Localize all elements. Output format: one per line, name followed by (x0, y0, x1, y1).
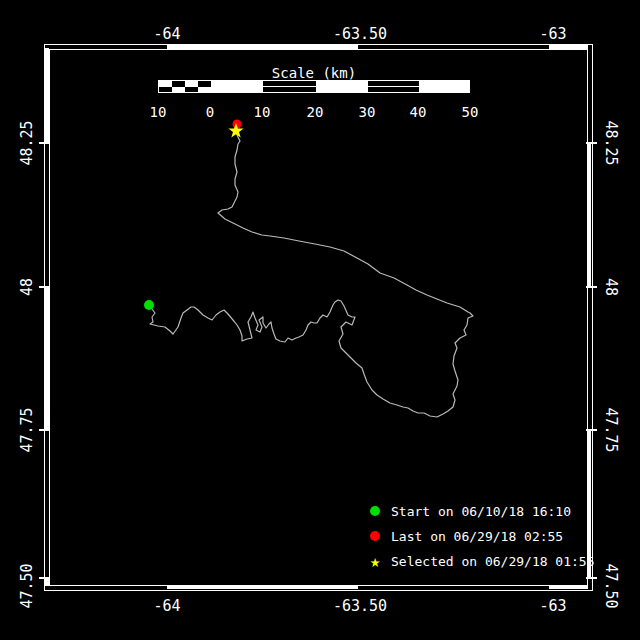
track-plot-window: -64 -63.50 -63 -64 -63.50 -63 48.25 48 4… (0, 0, 640, 640)
start-marker[interactable] (144, 300, 154, 310)
legend-start-label: Start on 06/10/18 16:10 (391, 504, 571, 519)
track-svg[interactable] (0, 0, 640, 640)
legend-last-label: Last on 06/29/18 02:55 (391, 529, 563, 544)
legend-selected-label: Selected on 06/29/18 01:55 (391, 554, 595, 569)
legend-start-icon (370, 506, 380, 516)
legend-selected-icon: ★ (370, 556, 380, 566)
track-path[interactable] (148, 132, 473, 417)
legend-last-icon (370, 531, 380, 541)
